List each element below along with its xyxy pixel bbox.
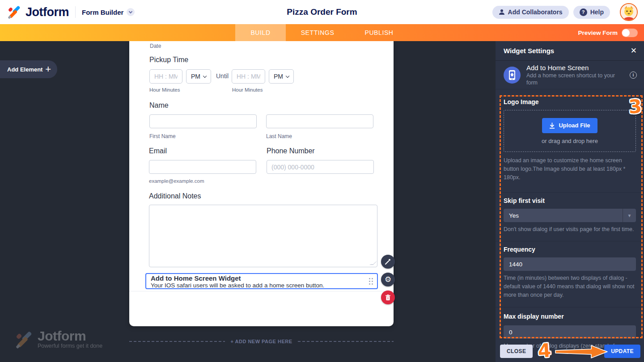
skip-first-visit-select[interactable]: Yes ▼ (504, 209, 636, 222)
avatar[interactable] (620, 3, 638, 21)
drag-handle-icon[interactable] (369, 278, 373, 285)
person-icon (499, 9, 505, 15)
watermark-title: Jotform (38, 329, 102, 343)
gear-icon: ⚙ (385, 276, 391, 283)
last-name-input[interactable] (266, 114, 373, 128)
magic-wand-button[interactable] (381, 255, 395, 269)
pickup-time-start-input[interactable] (149, 69, 182, 84)
preview-form-label: Preview Form (578, 29, 618, 36)
help-button[interactable]: ? Help (573, 6, 610, 19)
toggle-knob (622, 29, 630, 37)
widget-settings-panel: Widget Settings ✕ Add to Home Screen Add… (496, 41, 644, 362)
pickup-time-label: Pickup Time (149, 56, 188, 64)
resize-handle-icon[interactable] (369, 261, 377, 265)
widget-element-description: Your IOS safari users will be asked to a… (151, 282, 364, 289)
jotform-watermark: Jotform Powerful forms get it done (16, 329, 102, 349)
add-collaborators-button[interactable]: Add Collaborators (492, 6, 569, 19)
additional-notes-textarea[interactable] (149, 205, 377, 267)
pickup-time-end-input[interactable] (232, 69, 265, 84)
builder-canvas: Add Element + Date Pickup Time PM Until … (0, 41, 496, 362)
jotform-logo[interactable]: Jotform (8, 5, 69, 19)
logo-dropzone[interactable]: Upload File or drag and drop here (504, 110, 636, 152)
question-icon: ? (580, 8, 587, 16)
until-label: Until (216, 72, 229, 80)
plus-icon: + (45, 64, 51, 74)
phone-input[interactable] (267, 160, 374, 174)
chevron-down-icon (203, 74, 207, 77)
logo-image-label: Logo Image (504, 98, 636, 105)
add-collaborators-label: Add Collaborators (508, 8, 563, 16)
home-screen-widget-icon (504, 67, 521, 84)
dashed-line (298, 341, 394, 342)
chevron-down-icon (286, 74, 289, 77)
close-button[interactable]: CLOSE (500, 345, 533, 358)
skip-first-visit-label: Skip first visit (504, 197, 636, 204)
product-switcher[interactable]: Form Builder (82, 8, 135, 16)
widget-element-title: Add to Home Screen Widget (151, 274, 364, 282)
skip-first-visit-value: Yes (504, 212, 623, 219)
frequency-label: Frequency (504, 246, 636, 253)
update-button[interactable]: UPDATE (604, 345, 640, 358)
date-field-label: Date (150, 43, 161, 49)
trash-icon (385, 295, 391, 301)
add-element-button[interactable]: Add Element + (0, 60, 57, 78)
skip-first-visit-helper: Don't show dialog if user visits page fo… (504, 225, 636, 234)
frequency-helper: Time (in minutes) between two displays o… (504, 274, 636, 299)
panel-title: Widget Settings (504, 47, 554, 55)
add-new-page-label: + ADD NEW PAGE HERE (230, 339, 292, 344)
home-screen-widget-element[interactable]: Add to Home Screen Widget Your IOS safar… (145, 273, 378, 289)
name-label: Name (149, 101, 169, 109)
max-display-input[interactable] (504, 325, 636, 339)
chevron-down-icon (127, 8, 135, 16)
jotform-logo-icon (8, 5, 21, 19)
delete-widget-button[interactable] (381, 290, 395, 304)
drop-hint: or drag and drop here (542, 138, 598, 144)
first-name-sublabel: First Name (149, 133, 176, 139)
tab-settings[interactable]: SETTINGS (286, 24, 350, 41)
first-name-input[interactable] (149, 114, 257, 128)
preview-form-toggle[interactable] (622, 29, 638, 37)
avatar-cat-icon (621, 4, 637, 20)
additional-notes-label: Additional Notes (149, 192, 201, 200)
hour-minutes-sublabel: Hour Minutes (149, 87, 180, 93)
tab-build[interactable]: BUILD (235, 24, 285, 41)
email-sublabel: example@example.com (149, 178, 204, 184)
email-label: Email (149, 147, 167, 155)
pickup-time-end-ampm-select[interactable]: PM (269, 69, 294, 84)
frequency-input[interactable] (504, 257, 636, 271)
help-label: Help (590, 8, 604, 16)
ampm-value: PM (274, 73, 283, 80)
last-name-sublabel: Last Name (266, 133, 292, 139)
form-card: Date Pickup Time PM Until PM Hour Minute… (129, 41, 394, 326)
dashed-line (129, 341, 225, 342)
dropdown-arrow-icon: ▼ (623, 209, 636, 222)
download-icon (549, 122, 555, 129)
widget-name: Add to Home Screen (526, 63, 624, 72)
header-divider (75, 6, 76, 18)
widget-description: Add a home screen shortcut to your form (526, 72, 624, 86)
watermark-tagline: Powerful forms get it done (38, 343, 102, 349)
tab-publish[interactable]: PUBLISH (349, 24, 408, 41)
add-new-page-button[interactable]: + ADD NEW PAGE HERE (129, 338, 394, 345)
upload-file-button[interactable]: Upload File (542, 118, 597, 133)
builder-navbar: BUILD SETTINGS PUBLISH Preview Form (0, 24, 644, 41)
info-icon[interactable]: i (630, 72, 637, 79)
add-element-label: Add Element (7, 66, 42, 73)
widget-settings-button[interactable]: ⚙ (381, 273, 395, 286)
hour-minutes-sublabel: Hour Minutes (232, 87, 263, 93)
close-icon[interactable]: ✕ (631, 47, 637, 55)
app-header: Jotform Form Builder Pizza Order Form Ad… (0, 0, 644, 24)
product-label: Form Builder (82, 8, 123, 16)
logo-image-helper: Upload an image to customize the home sc… (504, 156, 636, 181)
jotform-watermark-icon (16, 331, 34, 349)
max-display-label: Max display number (504, 313, 636, 320)
form-divider (129, 291, 394, 291)
upload-file-label: Upload File (559, 122, 590, 129)
ampm-value: PM (191, 73, 200, 80)
phone-label: Phone Number (267, 147, 315, 155)
email-input[interactable] (149, 160, 256, 174)
builder-tabs: BUILD SETTINGS PUBLISH (0, 24, 644, 41)
magic-wand-icon (385, 258, 391, 265)
pickup-time-start-ampm-select[interactable]: PM (186, 69, 211, 84)
jotform-logo-text: Jotform (25, 5, 69, 19)
